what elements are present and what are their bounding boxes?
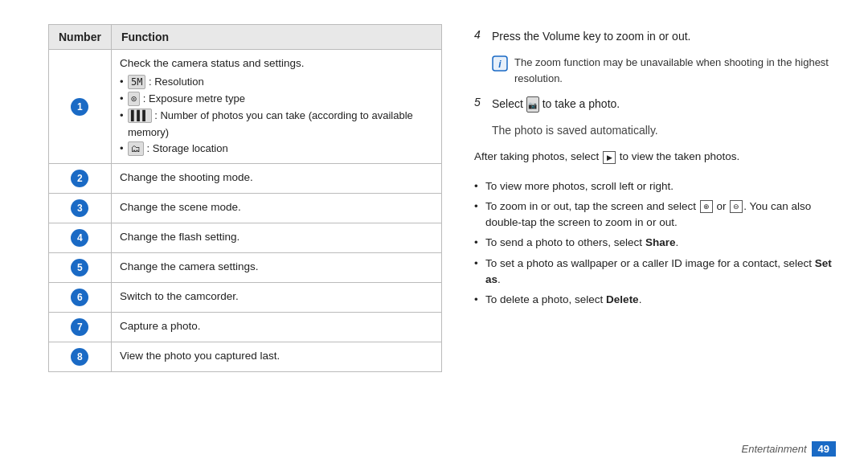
number-badge-4: 4 [71, 229, 88, 247]
number-badge-1: 1 [71, 98, 88, 116]
table-row: 7 Capture a photo. [49, 313, 442, 342]
row1-bullet4: 🗂 : Storage location [120, 141, 433, 158]
setas-bold: Set as [485, 257, 832, 285]
bullet-2: • To zoom in or out, tap the screen and … [474, 199, 836, 231]
row1-bullet1: 5M : Resolution [120, 74, 433, 91]
step-4: 4 Press the Volume key to zoom in or out… [474, 28, 836, 45]
row8-text: View the photo you captured last. [120, 350, 280, 362]
row7-text: Capture a photo. [120, 320, 201, 332]
row1-intro: Check the camera status and settings. [120, 57, 305, 69]
footer: Entertainment 49 [742, 441, 836, 457]
delete-bold: Delete [606, 293, 639, 305]
after-photos-line: After taking photos, select ▶ to view th… [474, 149, 836, 165]
bullet-4-text: To set a photo as wallpaper or a caller … [485, 256, 836, 289]
zoom-out-icon: ⊖ [730, 200, 743, 213]
share-bold: Share [645, 236, 676, 248]
row-number-cell: 8 [49, 342, 112, 372]
row1-bullet3: ▌▌▌ : Number of photos you can take (acc… [120, 108, 433, 141]
row4-text: Change the flash setting. [120, 231, 240, 243]
bullet-5: • To delete a photo, select Delete. [474, 292, 836, 308]
col-header-number: Number [49, 25, 112, 50]
row1-bullet2: ⊙ : Exposure metre type [120, 91, 433, 108]
note-text: The zoom function may be unavailable whe… [514, 55, 836, 86]
right-content: 4 Press the Volume key to zoom in or out… [474, 24, 836, 447]
step-5-text: Select 📷 to take a photo. [492, 96, 620, 113]
number-badge-3: 3 [71, 199, 88, 217]
phone-small-icon: 📷 [526, 96, 539, 113]
row2-text: Change the shooting mode. [120, 171, 253, 183]
row-number-cell: 2 [49, 164, 112, 194]
bullet-1-text: To view more photos, scroll left or righ… [485, 178, 674, 195]
row5-text: Change the camera settings. [120, 260, 259, 272]
row-function-cell: Check the camera status and settings. 5M… [111, 50, 441, 164]
step-5: 5 Select 📷 to take a photo. [474, 96, 836, 113]
table-row: 3 Change the scene mode. [49, 194, 442, 223]
bullet-dot: • [474, 235, 482, 251]
note-icon: i [492, 55, 508, 72]
bullet-section: • To view more photos, scroll left or ri… [474, 178, 836, 313]
col-header-function: Function [111, 25, 441, 50]
zoom-in-icon: ⊕ [700, 200, 713, 213]
footer-label: Entertainment [742, 443, 807, 455]
row-function-cell: Change the flash setting. [111, 223, 441, 253]
row-number-cell: 3 [49, 194, 112, 223]
footer-page-number: 49 [812, 441, 836, 457]
row6-text: Switch to the camcorder. [120, 290, 239, 302]
table-row: 4 Change the flash setting. [49, 223, 442, 253]
row-number-cell: 1 [49, 50, 112, 164]
row-function-cell: View the photo you captured last. [111, 342, 441, 372]
row-function-cell: Change the scene mode. [111, 194, 441, 223]
note-block: i The zoom function may be unavailable w… [492, 55, 836, 86]
number-badge-5: 5 [71, 259, 88, 276]
bullet-3: • To send a photo to others, select Shar… [474, 235, 836, 251]
bullet-4: • To set a photo as wallpaper or a calle… [474, 256, 836, 289]
table-section: Number Function 1 Check the camera statu… [48, 24, 442, 447]
step-5-sub: The photo is saved automatically. [492, 122, 836, 139]
row3-text: Change the scene mode. [120, 201, 241, 213]
play-icon: ▶ [603, 151, 616, 164]
row-number-cell: 5 [49, 253, 112, 283]
number-badge-7: 7 [71, 318, 88, 336]
row-function-cell: Capture a photo. [111, 313, 441, 342]
number-badge-2: 2 [71, 170, 88, 187]
table-row: 6 Switch to the camcorder. [49, 283, 442, 313]
row-function-cell: Change the shooting mode. [111, 164, 441, 194]
camera-functions-table: Number Function 1 Check the camera statu… [48, 24, 442, 372]
row-function-cell: Change the camera settings. [111, 253, 441, 283]
row-number-cell: 4 [49, 223, 112, 253]
row-number-cell: 6 [49, 283, 112, 313]
row-function-cell: Switch to the camcorder. [111, 283, 441, 313]
step-5-number: 5 [474, 96, 487, 109]
bullet-dot: • [474, 199, 482, 215]
table-row: 8 View the photo you captured last. [49, 342, 442, 372]
bullet-5-text: To delete a photo, select Delete. [485, 292, 641, 308]
bullet-2-text: To zoom in or out, tap the screen and se… [485, 199, 836, 231]
table-row: 5 Change the camera settings. [49, 253, 442, 283]
table-row: 1 Check the camera status and settings. … [49, 50, 442, 164]
step-4-text: Press the Volume key to zoom in or out. [492, 28, 690, 45]
bullet-dot: • [474, 256, 482, 272]
number-badge-6: 6 [71, 289, 88, 306]
bullet-dot: • [474, 292, 482, 308]
bullet-1: • To view more photos, scroll left or ri… [474, 178, 836, 195]
row-number-cell: 7 [49, 313, 112, 342]
step-4-number: 4 [474, 28, 487, 41]
bullet-3-text: To send a photo to others, select Share. [485, 235, 678, 251]
bullet-dot: • [474, 178, 482, 195]
table-row: 2 Change the shooting mode. [49, 164, 442, 194]
number-badge-8: 8 [71, 348, 88, 366]
